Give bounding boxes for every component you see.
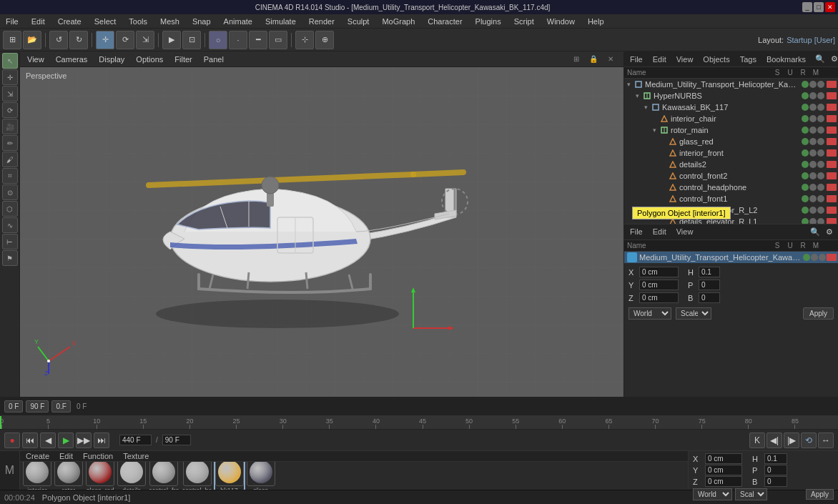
axis-button[interactable]: ⊕ bbox=[315, 31, 334, 49]
paint-tool[interactable]: 🖌 bbox=[2, 152, 18, 167]
attr-root-item[interactable]: Medium_Utility_Transport_Helicopter_Kawa… bbox=[624, 252, 838, 263]
vis-dot-details_elevator_R_L2[interactable] bbox=[802, 207, 809, 214]
menu-item-tools[interactable]: Tools bbox=[126, 16, 150, 27]
color-swatch-control_front2[interactable] bbox=[827, 172, 837, 179]
material-item-control_he[interactable]: control_he bbox=[182, 461, 212, 490]
menu-item-plugins[interactable]: Plugins bbox=[473, 16, 504, 27]
material-item-rotor[interactable]: rotor bbox=[54, 461, 83, 490]
bookmarks-menu-btn[interactable]: Bookmarks bbox=[764, 54, 809, 64]
color-swatch-control_headphone[interactable] bbox=[827, 184, 837, 191]
anim-dot-kawasaki[interactable] bbox=[817, 104, 824, 111]
menu-item-simulate[interactable]: Simulate bbox=[262, 16, 299, 27]
play-back-button[interactable]: ◀ bbox=[40, 433, 56, 448]
ruler-tick-75[interactable]: 75 bbox=[699, 417, 706, 429]
menu-item-window[interactable]: Window bbox=[544, 16, 578, 27]
key-btn[interactable]: K bbox=[749, 433, 765, 448]
tree-item-details_elevator_R_L1[interactable]: details_elevator_R_L1 bbox=[624, 216, 838, 224]
menu-item-character[interactable]: Character bbox=[425, 16, 465, 27]
fps-display[interactable]: 0.F bbox=[51, 400, 70, 412]
attr-file-btn[interactable]: File bbox=[627, 227, 646, 237]
ruler-tick-65[interactable]: 65 bbox=[605, 417, 612, 429]
apply-button[interactable]: Apply bbox=[803, 307, 834, 320]
play-button[interactable]: ▶ bbox=[58, 433, 74, 448]
color-swatch-rotor_main[interactable] bbox=[827, 127, 837, 134]
viewport-lock[interactable]: 🔒 bbox=[586, 54, 601, 64]
mat-function-btn[interactable]: Function bbox=[80, 451, 116, 461]
scale-tool[interactable]: ⇲ bbox=[136, 31, 154, 49]
ruler-tick-25[interactable]: 25 bbox=[233, 417, 240, 429]
file-menu-btn[interactable]: File bbox=[627, 54, 646, 64]
color-swatch-details_elevator_R_L2[interactable] bbox=[827, 207, 837, 214]
ruler-tick-45[interactable]: 45 bbox=[419, 417, 426, 429]
spline-tool[interactable]: ∿ bbox=[2, 217, 18, 233]
attr-config-icon[interactable]: ⚙ bbox=[824, 227, 835, 237]
color-swatch-kawasaki[interactable] bbox=[827, 104, 837, 111]
y-input-b[interactable] bbox=[705, 465, 742, 475]
h-input-b[interactable] bbox=[764, 453, 787, 464]
ruler-tick-30[interactable]: 30 bbox=[280, 417, 287, 429]
menu-item-select[interactable]: Select bbox=[92, 16, 119, 27]
redo-button[interactable]: ↻ bbox=[69, 31, 88, 49]
current-frame-input[interactable] bbox=[119, 435, 152, 445]
menu-item-file[interactable]: File bbox=[3, 16, 21, 27]
mat-edit-btn[interactable]: Edit bbox=[56, 451, 76, 461]
rotate-tool[interactable]: ⟳ bbox=[116, 31, 134, 49]
menu-item-edit[interactable]: Edit bbox=[29, 16, 48, 27]
edit-menu-btn[interactable]: Edit bbox=[650, 54, 669, 64]
tree-item-interior_front[interactable]: interior_front bbox=[624, 147, 838, 159]
render-dot-interior_front[interactable] bbox=[809, 149, 817, 157]
y-pos-input[interactable] bbox=[639, 280, 679, 290]
viewport-close[interactable]: ✕ bbox=[605, 54, 616, 64]
menu-item-mograph[interactable]: MoGraph bbox=[379, 16, 418, 27]
move-tool[interactable]: ✛ bbox=[96, 31, 114, 49]
view-menu[interactable]: View bbox=[24, 54, 47, 65]
tags-menu-btn[interactable]: Tags bbox=[737, 54, 759, 64]
poly-tool[interactable]: ⬡ bbox=[2, 201, 18, 217]
h-rot-input[interactable] bbox=[699, 267, 720, 277]
viewport-canvas[interactable]: Perspective bbox=[20, 67, 623, 397]
record-button[interactable]: ● bbox=[4, 433, 20, 448]
objects-menu-btn[interactable]: Objects bbox=[700, 54, 732, 64]
anim-dot-control_front2[interactable] bbox=[817, 172, 824, 179]
tree-item-details2[interactable]: details2 bbox=[624, 159, 838, 170]
tree-item-control_front1[interactable]: control_front1 bbox=[624, 193, 838, 204]
color-swatch-interior_front[interactable] bbox=[827, 149, 837, 157]
b-input-b[interactable] bbox=[764, 476, 787, 487]
render-dot-control_front2[interactable] bbox=[809, 172, 817, 179]
coord-system-select[interactable]: World Object bbox=[628, 307, 671, 320]
vis-dot-root[interactable] bbox=[802, 81, 809, 88]
anim-dot-control_front1[interactable] bbox=[817, 195, 824, 202]
attr-view-btn[interactable]: View bbox=[674, 227, 696, 237]
tag-tool[interactable]: ⚑ bbox=[2, 250, 18, 266]
tree-item-details_elevator_R_L2[interactable]: details_elevator_R_L2 bbox=[624, 204, 838, 216]
viewport[interactable]: View Cameras Display Options Filter Pane… bbox=[20, 51, 623, 397]
vis-dot-interior_front[interactable] bbox=[802, 149, 809, 157]
frame-end[interactable]: 90 F bbox=[26, 400, 49, 412]
anim-dot-control_headphone[interactable] bbox=[817, 184, 824, 191]
ruler-tick-80[interactable]: 80 bbox=[745, 417, 752, 429]
color-swatch-details_elevator_R_L1[interactable] bbox=[827, 218, 837, 224]
render-dot[interactable] bbox=[811, 254, 818, 261]
render-dot-root[interactable] bbox=[809, 81, 817, 88]
render-dot-rotor_main[interactable] bbox=[809, 127, 817, 134]
color-swatch-interior_chair[interactable] bbox=[827, 115, 837, 122]
render-dot-interior_chair[interactable] bbox=[809, 115, 817, 122]
play-forward-button[interactable]: ▶▶ bbox=[76, 433, 92, 448]
vis-dot-control_front1[interactable] bbox=[802, 195, 809, 202]
anim-dot-glass_red[interactable] bbox=[817, 138, 824, 145]
z-input-b[interactable] bbox=[705, 476, 742, 487]
render-dot-control_front1[interactable] bbox=[809, 195, 817, 202]
render-dot-control_headphone[interactable] bbox=[809, 184, 817, 191]
world-select-b[interactable]: World bbox=[693, 488, 732, 500]
vis-dot-kawasaki[interactable] bbox=[802, 104, 809, 111]
select-tool[interactable]: ↖ bbox=[2, 53, 18, 69]
display-menu[interactable]: Display bbox=[96, 54, 127, 65]
tree-item-rotor_main[interactable]: ▾rotor_main bbox=[624, 124, 838, 136]
menu-item-render[interactable]: Render bbox=[306, 16, 337, 27]
color-swatch-root[interactable] bbox=[827, 81, 837, 88]
color-swatch-hypernurbs[interactable] bbox=[827, 92, 837, 99]
ruler-tick-20[interactable]: 20 bbox=[186, 417, 193, 429]
ruler-tick-5[interactable]: 5 bbox=[46, 417, 50, 429]
render-dot-hypernurbs[interactable] bbox=[809, 92, 817, 99]
material-item-bk117[interactable]: bk117 bbox=[215, 461, 244, 490]
